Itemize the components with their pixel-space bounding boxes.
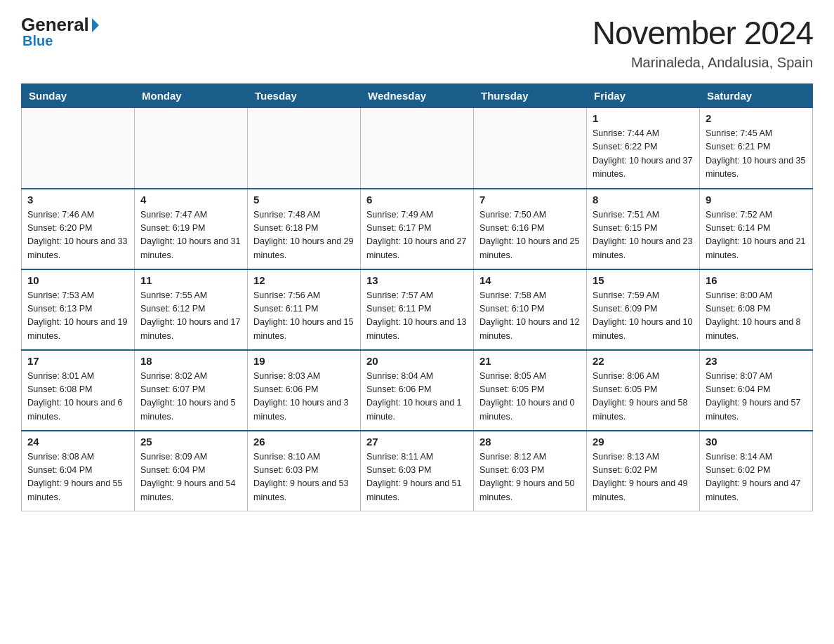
day-number: 2: [706, 112, 807, 124]
calendar-cell: [22, 108, 135, 189]
sun-info: Sunrise: 8:13 AMSunset: 6:02 PMDaylight:…: [593, 450, 694, 505]
calendar-week-row: 17Sunrise: 8:01 AMSunset: 6:08 PMDayligh…: [22, 350, 813, 431]
title-area: November 2024 Marinaleda, Andalusia, Spa…: [593, 14, 813, 71]
calendar-cell: 6Sunrise: 7:49 AMSunset: 6:17 PMDaylight…: [361, 189, 474, 269]
calendar-cell: 1Sunrise: 7:44 AMSunset: 6:22 PMDaylight…: [587, 108, 700, 189]
weekday-header-row: SundayMondayTuesdayWednesdayThursdayFrid…: [22, 84, 813, 108]
sun-info: Sunrise: 7:44 AMSunset: 6:22 PMDaylight:…: [593, 127, 694, 182]
day-number: 26: [253, 436, 355, 448]
calendar-cell: 29Sunrise: 8:13 AMSunset: 6:02 PMDayligh…: [587, 431, 700, 511]
calendar-cell: 20Sunrise: 8:04 AMSunset: 6:06 PMDayligh…: [361, 350, 474, 431]
calendar-cell: 9Sunrise: 7:52 AMSunset: 6:14 PMDaylight…: [700, 189, 813, 269]
calendar-cell: [474, 108, 587, 189]
calendar-cell: 3Sunrise: 7:46 AMSunset: 6:20 PMDaylight…: [22, 189, 135, 269]
calendar-cell: [361, 108, 474, 189]
calendar-cell: 30Sunrise: 8:14 AMSunset: 6:02 PMDayligh…: [700, 431, 813, 511]
calendar-cell: 22Sunrise: 8:06 AMSunset: 6:05 PMDayligh…: [587, 350, 700, 431]
sun-info: Sunrise: 7:47 AMSunset: 6:19 PMDaylight:…: [140, 208, 241, 263]
sun-info: Sunrise: 8:01 AMSunset: 6:08 PMDaylight:…: [27, 370, 128, 424]
calendar-cell: 19Sunrise: 8:03 AMSunset: 6:06 PMDayligh…: [248, 350, 361, 431]
day-number: 24: [27, 436, 128, 448]
calendar-cell: 7Sunrise: 7:50 AMSunset: 6:16 PMDaylight…: [474, 189, 587, 269]
day-number: 7: [479, 194, 581, 206]
calendar-cell: [135, 108, 248, 189]
sun-info: Sunrise: 7:51 AMSunset: 6:15 PMDaylight:…: [593, 208, 694, 263]
calendar-cell: 21Sunrise: 8:05 AMSunset: 6:05 PMDayligh…: [474, 350, 587, 431]
calendar-cell: 18Sunrise: 8:02 AMSunset: 6:07 PMDayligh…: [135, 350, 248, 431]
sun-info: Sunrise: 7:58 AMSunset: 6:10 PMDaylight:…: [479, 289, 581, 344]
sun-info: Sunrise: 8:07 AMSunset: 6:04 PMDaylight:…: [706, 370, 807, 424]
sun-info: Sunrise: 8:08 AMSunset: 6:04 PMDaylight:…: [27, 450, 128, 505]
day-number: 21: [479, 355, 581, 367]
calendar-cell: 5Sunrise: 7:48 AMSunset: 6:18 PMDaylight…: [248, 189, 361, 269]
calendar-week-row: 3Sunrise: 7:46 AMSunset: 6:20 PMDaylight…: [22, 189, 813, 269]
day-number: 5: [253, 194, 355, 206]
weekday-header-wednesday: Wednesday: [361, 84, 474, 108]
calendar-cell: 16Sunrise: 8:00 AMSunset: 6:08 PMDayligh…: [700, 269, 813, 350]
calendar-cell: 15Sunrise: 7:59 AMSunset: 6:09 PMDayligh…: [587, 269, 700, 350]
calendar-cell: 11Sunrise: 7:55 AMSunset: 6:12 PMDayligh…: [135, 269, 248, 350]
day-number: 4: [140, 194, 241, 206]
sun-info: Sunrise: 7:57 AMSunset: 6:11 PMDaylight:…: [366, 289, 468, 344]
calendar-cell: 17Sunrise: 8:01 AMSunset: 6:08 PMDayligh…: [22, 350, 135, 431]
sun-info: Sunrise: 7:48 AMSunset: 6:18 PMDaylight:…: [253, 208, 355, 263]
calendar-cell: 27Sunrise: 8:11 AMSunset: 6:03 PMDayligh…: [361, 431, 474, 511]
sun-info: Sunrise: 8:06 AMSunset: 6:05 PMDaylight:…: [593, 370, 694, 424]
day-number: 12: [253, 274, 355, 286]
calendar-cell: 4Sunrise: 7:47 AMSunset: 6:19 PMDaylight…: [135, 189, 248, 269]
calendar-cell: 10Sunrise: 7:53 AMSunset: 6:13 PMDayligh…: [22, 269, 135, 350]
calendar-cell: 24Sunrise: 8:08 AMSunset: 6:04 PMDayligh…: [22, 431, 135, 511]
day-number: 29: [593, 436, 694, 448]
day-number: 14: [479, 274, 581, 286]
calendar-cell: 28Sunrise: 8:12 AMSunset: 6:03 PMDayligh…: [474, 431, 587, 511]
day-number: 15: [593, 274, 694, 286]
sun-info: Sunrise: 8:02 AMSunset: 6:07 PMDaylight:…: [140, 370, 241, 424]
calendar-week-row: 1Sunrise: 7:44 AMSunset: 6:22 PMDaylight…: [22, 108, 813, 189]
calendar-cell: 14Sunrise: 7:58 AMSunset: 6:10 PMDayligh…: [474, 269, 587, 350]
day-number: 27: [366, 436, 468, 448]
logo-blue-text: Blue: [22, 33, 53, 49]
weekday-header-sunday: Sunday: [22, 84, 135, 108]
weekday-header-saturday: Saturday: [700, 84, 813, 108]
day-number: 17: [27, 355, 128, 367]
calendar-cell: [248, 108, 361, 189]
month-title: November 2024: [593, 14, 813, 52]
weekday-header-tuesday: Tuesday: [248, 84, 361, 108]
calendar-table: SundayMondayTuesdayWednesdayThursdayFrid…: [21, 83, 813, 511]
calendar-cell: 25Sunrise: 8:09 AMSunset: 6:04 PMDayligh…: [135, 431, 248, 511]
day-number: 10: [27, 274, 128, 286]
sun-info: Sunrise: 8:14 AMSunset: 6:02 PMDaylight:…: [706, 450, 807, 505]
sun-info: Sunrise: 7:46 AMSunset: 6:20 PMDaylight:…: [27, 208, 128, 263]
sun-info: Sunrise: 8:12 AMSunset: 6:03 PMDaylight:…: [479, 450, 581, 505]
weekday-header-monday: Monday: [135, 84, 248, 108]
logo-arrow-icon: [92, 18, 99, 32]
day-number: 3: [27, 194, 128, 206]
sun-info: Sunrise: 7:59 AMSunset: 6:09 PMDaylight:…: [593, 289, 694, 344]
day-number: 18: [140, 355, 241, 367]
sun-info: Sunrise: 7:55 AMSunset: 6:12 PMDaylight:…: [140, 289, 241, 344]
weekday-header-thursday: Thursday: [474, 84, 587, 108]
sun-info: Sunrise: 8:03 AMSunset: 6:06 PMDaylight:…: [253, 370, 355, 424]
calendar-cell: 12Sunrise: 7:56 AMSunset: 6:11 PMDayligh…: [248, 269, 361, 350]
calendar-cell: 8Sunrise: 7:51 AMSunset: 6:15 PMDaylight…: [587, 189, 700, 269]
day-number: 1: [593, 112, 694, 124]
day-number: 13: [366, 274, 468, 286]
calendar-cell: 26Sunrise: 8:10 AMSunset: 6:03 PMDayligh…: [248, 431, 361, 511]
day-number: 23: [706, 355, 807, 367]
calendar-cell: 13Sunrise: 7:57 AMSunset: 6:11 PMDayligh…: [361, 269, 474, 350]
calendar-cell: 2Sunrise: 7:45 AMSunset: 6:21 PMDaylight…: [700, 108, 813, 189]
day-number: 22: [593, 355, 694, 367]
logo-area: General Blue: [21, 14, 99, 49]
location-title: Marinaleda, Andalusia, Spain: [593, 55, 813, 71]
day-number: 20: [366, 355, 468, 367]
day-number: 19: [253, 355, 355, 367]
sun-info: Sunrise: 7:56 AMSunset: 6:11 PMDaylight:…: [253, 289, 355, 344]
sun-info: Sunrise: 7:53 AMSunset: 6:13 PMDaylight:…: [27, 289, 128, 344]
day-number: 25: [140, 436, 241, 448]
calendar-cell: 23Sunrise: 8:07 AMSunset: 6:04 PMDayligh…: [700, 350, 813, 431]
day-number: 6: [366, 194, 468, 206]
day-number: 30: [706, 436, 807, 448]
calendar-week-row: 10Sunrise: 7:53 AMSunset: 6:13 PMDayligh…: [22, 269, 813, 350]
day-number: 28: [479, 436, 581, 448]
sun-info: Sunrise: 8:05 AMSunset: 6:05 PMDaylight:…: [479, 370, 581, 424]
